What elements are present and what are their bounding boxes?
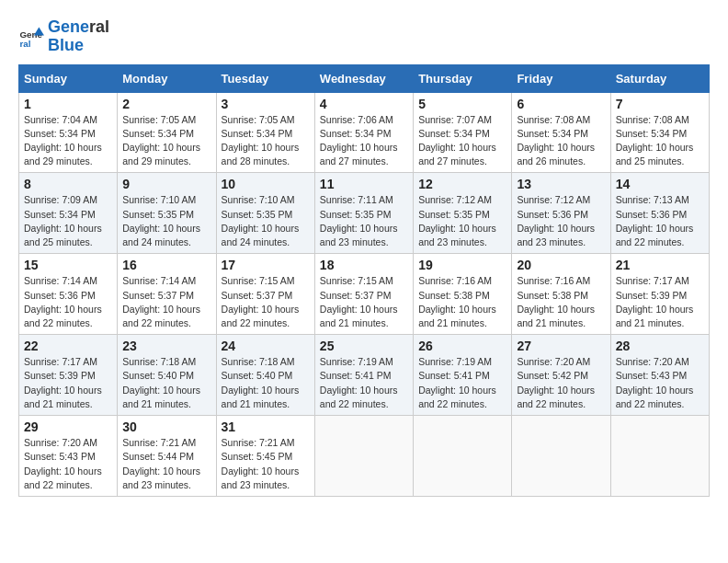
day-cell-20: 20 Sunrise: 7:16 AMSunset: 5:38 PMDaylig… [512,254,610,335]
logo-text-line2: Blue [48,37,109,55]
day-info: Sunrise: 7:05 AMSunset: 5:34 PMDaylight:… [122,114,200,167]
day-info: Sunrise: 7:21 AMSunset: 5:44 PMDaylight:… [122,437,200,490]
svg-text:ral: ral [19,39,30,49]
day-info: Sunrise: 7:11 AMSunset: 5:35 PMDaylight:… [320,194,398,247]
calendar-week-5: 29 Sunrise: 7:20 AMSunset: 5:43 PMDaylig… [19,416,710,497]
day-info: Sunrise: 7:20 AMSunset: 5:42 PMDaylight:… [517,356,595,409]
day-info: Sunrise: 7:08 AMSunset: 5:34 PMDaylight:… [616,114,694,167]
column-header-saturday: Saturday [610,64,709,92]
day-cell-7: 7 Sunrise: 7:08 AMSunset: 5:34 PMDayligh… [610,92,709,173]
day-cell-12: 12 Sunrise: 7:12 AMSunset: 5:35 PMDaylig… [414,173,512,254]
day-number: 19 [418,258,506,272]
day-cell-6: 6 Sunrise: 7:08 AMSunset: 5:34 PMDayligh… [512,92,610,173]
day-info: Sunrise: 7:17 AMSunset: 5:39 PMDaylight:… [24,356,102,409]
day-cell-14: 14 Sunrise: 7:13 AMSunset: 5:36 PMDaylig… [610,173,709,254]
header: Gene ral General Blue [18,18,710,55]
day-info: Sunrise: 7:09 AMSunset: 5:34 PMDaylight:… [24,194,102,247]
day-cell-2: 2 Sunrise: 7:05 AMSunset: 5:34 PMDayligh… [118,92,216,173]
column-header-friday: Friday [512,64,610,92]
empty-cell [314,416,413,497]
day-number: 6 [517,97,605,111]
day-info: Sunrise: 7:20 AMSunset: 5:43 PMDaylight:… [24,437,102,490]
calendar-week-1: 1 Sunrise: 7:04 AMSunset: 5:34 PMDayligh… [19,92,710,173]
day-info: Sunrise: 7:15 AMSunset: 5:37 PMDaylight:… [222,275,300,328]
day-info: Sunrise: 7:19 AMSunset: 5:41 PMDaylight:… [320,356,398,409]
day-number: 29 [24,419,112,434]
day-info: Sunrise: 7:14 AMSunset: 5:37 PMDaylight:… [122,275,200,328]
day-info: Sunrise: 7:06 AMSunset: 5:34 PMDaylight:… [320,114,398,167]
day-info: Sunrise: 7:16 AMSunset: 5:38 PMDaylight:… [517,275,595,328]
day-cell-22: 22 Sunrise: 7:17 AMSunset: 5:39 PMDaylig… [19,335,118,416]
day-number: 18 [320,258,408,272]
day-number: 28 [616,339,704,353]
day-info: Sunrise: 7:10 AMSunset: 5:35 PMDaylight:… [222,194,300,247]
day-cell-25: 25 Sunrise: 7:19 AMSunset: 5:41 PMDaylig… [314,335,413,416]
day-cell-28: 28 Sunrise: 7:20 AMSunset: 5:43 PMDaylig… [610,335,709,416]
day-info: Sunrise: 7:13 AMSunset: 5:36 PMDaylight:… [616,194,694,247]
day-number: 2 [122,97,210,111]
logo: Gene ral General Blue [18,18,109,55]
day-number: 30 [122,419,210,434]
day-number: 12 [418,177,506,191]
day-number: 9 [122,177,210,191]
day-info: Sunrise: 7:21 AMSunset: 5:45 PMDaylight:… [222,437,300,490]
day-cell-16: 16 Sunrise: 7:14 AMSunset: 5:37 PMDaylig… [118,254,216,335]
day-cell-17: 17 Sunrise: 7:15 AMSunset: 5:37 PMDaylig… [216,254,314,335]
day-number: 1 [24,97,112,111]
day-cell-18: 18 Sunrise: 7:15 AMSunset: 5:37 PMDaylig… [314,254,413,335]
logo-icon: Gene ral [18,24,44,50]
day-number: 17 [222,258,310,272]
day-cell-1: 1 Sunrise: 7:04 AMSunset: 5:34 PMDayligh… [19,92,118,173]
column-header-sunday: Sunday [19,64,118,92]
day-number: 24 [222,339,310,353]
day-info: Sunrise: 7:12 AMSunset: 5:35 PMDaylight:… [418,194,496,247]
empty-cell [512,416,610,497]
day-number: 20 [517,258,605,272]
day-info: Sunrise: 7:08 AMSunset: 5:34 PMDaylight:… [517,114,595,167]
day-number: 11 [320,177,408,191]
day-cell-21: 21 Sunrise: 7:17 AMSunset: 5:39 PMDaylig… [610,254,709,335]
day-number: 15 [24,258,112,272]
day-info: Sunrise: 7:18 AMSunset: 5:40 PMDaylight:… [222,356,300,409]
day-number: 8 [24,177,112,191]
day-info: Sunrise: 7:04 AMSunset: 5:34 PMDaylight:… [24,114,102,167]
day-cell-30: 30 Sunrise: 7:21 AMSunset: 5:44 PMDaylig… [118,416,216,497]
day-cell-29: 29 Sunrise: 7:20 AMSunset: 5:43 PMDaylig… [19,416,118,497]
day-cell-5: 5 Sunrise: 7:07 AMSunset: 5:34 PMDayligh… [414,92,512,173]
day-info: Sunrise: 7:05 AMSunset: 5:34 PMDaylight:… [222,114,300,167]
day-number: 10 [222,177,310,191]
day-info: Sunrise: 7:15 AMSunset: 5:37 PMDaylight:… [320,275,398,328]
day-cell-3: 3 Sunrise: 7:05 AMSunset: 5:34 PMDayligh… [216,92,314,173]
day-number: 13 [517,177,605,191]
logo-text-line1: General [48,18,109,37]
day-info: Sunrise: 7:07 AMSunset: 5:34 PMDaylight:… [418,114,496,167]
day-cell-31: 31 Sunrise: 7:21 AMSunset: 5:45 PMDaylig… [216,416,314,497]
calendar-week-3: 15 Sunrise: 7:14 AMSunset: 5:36 PMDaylig… [19,254,710,335]
day-number: 25 [320,339,408,353]
column-header-monday: Monday [118,64,216,92]
day-cell-27: 27 Sunrise: 7:20 AMSunset: 5:42 PMDaylig… [512,335,610,416]
day-cell-24: 24 Sunrise: 7:18 AMSunset: 5:40 PMDaylig… [216,335,314,416]
day-cell-26: 26 Sunrise: 7:19 AMSunset: 5:41 PMDaylig… [414,335,512,416]
day-cell-15: 15 Sunrise: 7:14 AMSunset: 5:36 PMDaylig… [19,254,118,335]
day-info: Sunrise: 7:10 AMSunset: 5:35 PMDaylight:… [122,194,200,247]
day-number: 7 [616,97,704,111]
day-cell-13: 13 Sunrise: 7:12 AMSunset: 5:36 PMDaylig… [512,173,610,254]
day-info: Sunrise: 7:16 AMSunset: 5:38 PMDaylight:… [418,275,496,328]
day-number: 21 [616,258,704,272]
empty-cell [610,416,709,497]
day-info: Sunrise: 7:17 AMSunset: 5:39 PMDaylight:… [616,275,694,328]
column-header-thursday: Thursday [414,64,512,92]
calendar-week-2: 8 Sunrise: 7:09 AMSunset: 5:34 PMDayligh… [19,173,710,254]
day-number: 14 [616,177,704,191]
day-info: Sunrise: 7:12 AMSunset: 5:36 PMDaylight:… [517,194,595,247]
calendar-week-4: 22 Sunrise: 7:17 AMSunset: 5:39 PMDaylig… [19,335,710,416]
day-number: 4 [320,97,408,111]
day-number: 23 [122,339,210,353]
day-number: 31 [222,419,310,434]
day-cell-9: 9 Sunrise: 7:10 AMSunset: 5:35 PMDayligh… [118,173,216,254]
day-number: 16 [122,258,210,272]
day-info: Sunrise: 7:18 AMSunset: 5:40 PMDaylight:… [122,356,200,409]
day-number: 22 [24,339,112,353]
day-cell-19: 19 Sunrise: 7:16 AMSunset: 5:38 PMDaylig… [414,254,512,335]
